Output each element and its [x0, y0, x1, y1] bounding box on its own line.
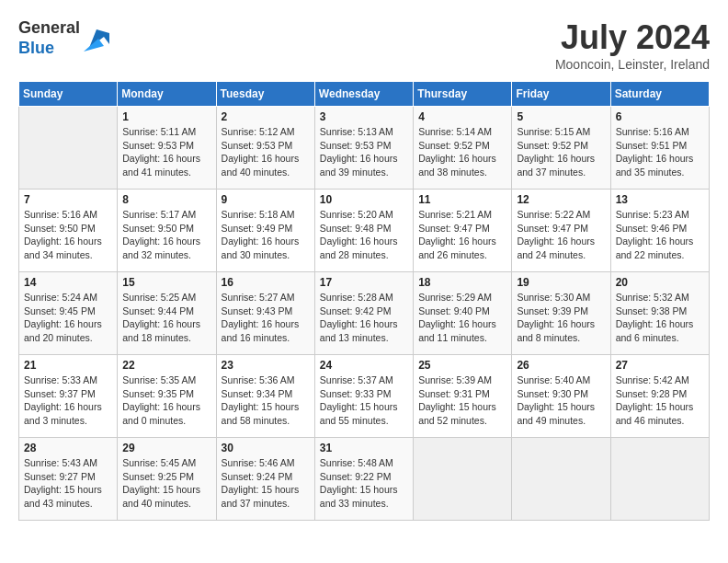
cell-info: Sunrise: 5:25 AMSunset: 9:44 PMDaylight:… [122, 291, 210, 345]
cell-info: Sunrise: 5:35 AMSunset: 9:35 PMDaylight:… [122, 373, 210, 428]
cell-info: Sunrise: 5:18 AMSunset: 9:49 PMDaylight:… [222, 208, 310, 262]
day-number: 28 [24, 442, 112, 454]
day-number: 9 [222, 193, 310, 206]
day-number: 4 [418, 110, 506, 123]
day-number: 16 [222, 276, 310, 289]
logo-general-text: General [18, 18, 80, 37]
cell-info: Sunrise: 5:30 AMSunset: 9:39 PMDaylight:… [517, 291, 605, 345]
calendar-cell: 25Sunrise: 5:39 AMSunset: 9:31 PMDayligh… [414, 355, 512, 438]
week-row-1: 1Sunrise: 5:11 AMSunset: 9:53 PMDaylight… [19, 107, 710, 190]
calendar-cell: 15Sunrise: 5:25 AMSunset: 9:44 PMDayligh… [118, 272, 216, 355]
day-number: 31 [320, 442, 408, 454]
day-number: 14 [24, 276, 112, 289]
day-number: 6 [616, 110, 704, 123]
calendar-cell: 3Sunrise: 5:13 AMSunset: 9:53 PMDaylight… [314, 107, 413, 190]
cell-info: Sunrise: 5:11 AMSunset: 9:53 PMDaylight:… [122, 125, 210, 179]
day-number: 15 [122, 276, 210, 289]
calendar-cell: 11Sunrise: 5:21 AMSunset: 9:47 PMDayligh… [414, 190, 512, 272]
day-number: 8 [122, 193, 210, 206]
cell-info: Sunrise: 5:46 AMSunset: 9:24 PMDaylight:… [222, 456, 310, 511]
cell-info: Sunrise: 5:21 AMSunset: 9:47 PMDaylight:… [418, 208, 506, 262]
page-header: General Blue July 2024 Mooncoin, Leinste… [18, 18, 710, 72]
cell-info: Sunrise: 5:42 AMSunset: 9:28 PMDaylight:… [616, 373, 704, 428]
day-number: 3 [320, 110, 408, 123]
cell-info: Sunrise: 5:33 AMSunset: 9:37 PMDaylight:… [24, 373, 112, 428]
cell-info: Sunrise: 5:20 AMSunset: 9:48 PMDaylight:… [320, 208, 408, 262]
day-number: 19 [517, 276, 605, 289]
header-day-monday: Monday [118, 82, 216, 107]
logo: General Blue [18, 18, 109, 58]
day-number: 27 [616, 359, 704, 372]
cell-info: Sunrise: 5:43 AMSunset: 9:27 PMDaylight:… [24, 456, 112, 511]
calendar-cell [414, 438, 512, 521]
day-number: 29 [122, 442, 210, 454]
week-row-5: 28Sunrise: 5:43 AMSunset: 9:27 PMDayligh… [19, 438, 710, 521]
day-number: 24 [320, 359, 408, 372]
calendar-cell: 21Sunrise: 5:33 AMSunset: 9:37 PMDayligh… [19, 355, 118, 438]
calendar-cell: 22Sunrise: 5:35 AMSunset: 9:35 PMDayligh… [118, 355, 216, 438]
cell-info: Sunrise: 5:23 AMSunset: 9:46 PMDaylight:… [616, 208, 704, 262]
calendar-cell: 17Sunrise: 5:28 AMSunset: 9:42 PMDayligh… [314, 272, 413, 355]
cell-info: Sunrise: 5:16 AMSunset: 9:51 PMDaylight:… [616, 125, 704, 179]
calendar-cell: 29Sunrise: 5:45 AMSunset: 9:25 PMDayligh… [118, 438, 216, 521]
cell-info: Sunrise: 5:29 AMSunset: 9:40 PMDaylight:… [418, 291, 506, 345]
day-number: 12 [517, 193, 605, 206]
day-number: 10 [320, 193, 408, 206]
cell-info: Sunrise: 5:22 AMSunset: 9:47 PMDaylight:… [517, 208, 605, 262]
header-row: SundayMondayTuesdayWednesdayThursdayFrid… [19, 82, 710, 107]
day-number: 26 [517, 359, 605, 372]
location-subtitle: Mooncoin, Leinster, Ireland [555, 57, 710, 72]
calendar-cell: 4Sunrise: 5:14 AMSunset: 9:52 PMDaylight… [414, 107, 512, 190]
day-number: 11 [418, 193, 506, 206]
header-day-sunday: Sunday [19, 82, 118, 107]
cell-info: Sunrise: 5:12 AMSunset: 9:53 PMDaylight:… [222, 125, 310, 179]
calendar-cell [610, 438, 709, 521]
calendar-cell: 14Sunrise: 5:24 AMSunset: 9:45 PMDayligh… [19, 272, 118, 355]
day-number: 7 [24, 193, 112, 206]
cell-info: Sunrise: 5:37 AMSunset: 9:33 PMDaylight:… [320, 373, 408, 428]
calendar-cell: 10Sunrise: 5:20 AMSunset: 9:48 PMDayligh… [314, 190, 413, 272]
calendar-cell: 30Sunrise: 5:46 AMSunset: 9:24 PMDayligh… [216, 438, 314, 521]
title-block: July 2024 Mooncoin, Leinster, Ireland [555, 18, 710, 72]
cell-info: Sunrise: 5:40 AMSunset: 9:30 PMDaylight:… [517, 373, 605, 428]
calendar-cell [512, 438, 610, 521]
cell-info: Sunrise: 5:45 AMSunset: 9:25 PMDaylight:… [122, 456, 210, 511]
cell-info: Sunrise: 5:13 AMSunset: 9:53 PMDaylight:… [320, 125, 408, 179]
week-row-2: 7Sunrise: 5:16 AMSunset: 9:50 PMDaylight… [19, 190, 710, 272]
calendar-cell: 28Sunrise: 5:43 AMSunset: 9:27 PMDayligh… [19, 438, 118, 521]
calendar-cell: 23Sunrise: 5:36 AMSunset: 9:34 PMDayligh… [216, 355, 314, 438]
week-row-3: 14Sunrise: 5:24 AMSunset: 9:45 PMDayligh… [19, 272, 710, 355]
calendar-cell: 18Sunrise: 5:29 AMSunset: 9:40 PMDayligh… [414, 272, 512, 355]
header-day-wednesday: Wednesday [314, 82, 413, 107]
day-number: 18 [418, 276, 506, 289]
calendar-table: SundayMondayTuesdayWednesdayThursdayFrid… [18, 81, 710, 521]
day-number: 23 [222, 359, 310, 372]
day-number: 20 [616, 276, 704, 289]
day-number: 2 [222, 110, 310, 123]
calendar-cell: 1Sunrise: 5:11 AMSunset: 9:53 PMDaylight… [118, 107, 216, 190]
day-number: 22 [122, 359, 210, 372]
cell-info: Sunrise: 5:28 AMSunset: 9:42 PMDaylight:… [320, 291, 408, 345]
calendar-cell: 26Sunrise: 5:40 AMSunset: 9:30 PMDayligh… [512, 355, 610, 438]
header-day-friday: Friday [512, 82, 610, 107]
calendar-cell: 7Sunrise: 5:16 AMSunset: 9:50 PMDaylight… [19, 190, 118, 272]
calendar-cell: 6Sunrise: 5:16 AMSunset: 9:51 PMDaylight… [610, 107, 709, 190]
day-number: 30 [222, 442, 310, 454]
header-day-tuesday: Tuesday [216, 82, 314, 107]
calendar-cell: 12Sunrise: 5:22 AMSunset: 9:47 PMDayligh… [512, 190, 610, 272]
cell-info: Sunrise: 5:36 AMSunset: 9:34 PMDaylight:… [222, 373, 310, 428]
header-day-thursday: Thursday [414, 82, 512, 107]
cell-info: Sunrise: 5:16 AMSunset: 9:50 PMDaylight:… [24, 208, 112, 262]
cell-info: Sunrise: 5:17 AMSunset: 9:50 PMDaylight:… [122, 208, 210, 262]
calendar-cell: 8Sunrise: 5:17 AMSunset: 9:50 PMDaylight… [118, 190, 216, 272]
day-number: 5 [517, 110, 605, 123]
calendar-cell: 24Sunrise: 5:37 AMSunset: 9:33 PMDayligh… [314, 355, 413, 438]
calendar-cell: 20Sunrise: 5:32 AMSunset: 9:38 PMDayligh… [610, 272, 709, 355]
calendar-cell: 9Sunrise: 5:18 AMSunset: 9:49 PMDaylight… [216, 190, 314, 272]
cell-info: Sunrise: 5:39 AMSunset: 9:31 PMDaylight:… [418, 373, 506, 428]
day-number: 21 [24, 359, 112, 372]
cell-info: Sunrise: 5:27 AMSunset: 9:43 PMDaylight:… [222, 291, 310, 345]
day-number: 13 [616, 193, 704, 206]
logo-blue-text: Blue [18, 39, 54, 57]
cell-info: Sunrise: 5:24 AMSunset: 9:45 PMDaylight:… [24, 291, 112, 345]
